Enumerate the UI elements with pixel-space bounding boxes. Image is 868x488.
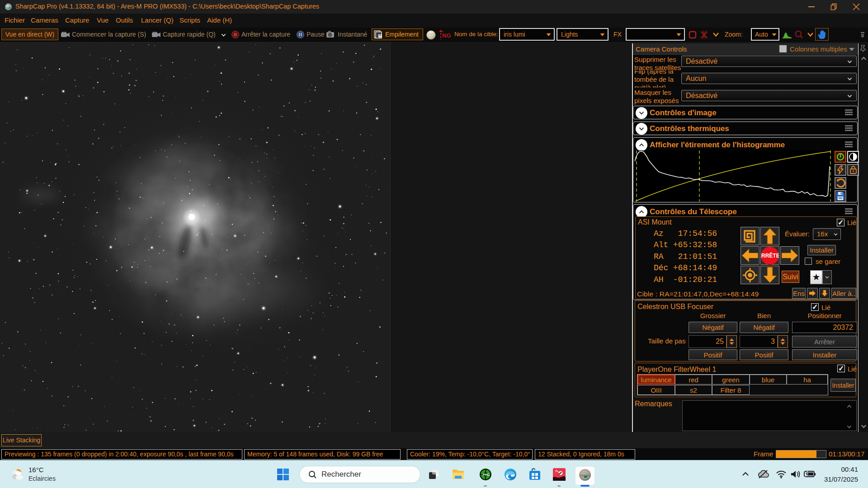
- svg-text:NG: NG: [442, 32, 451, 39]
- svg-text:PHD: PHD: [483, 473, 490, 476]
